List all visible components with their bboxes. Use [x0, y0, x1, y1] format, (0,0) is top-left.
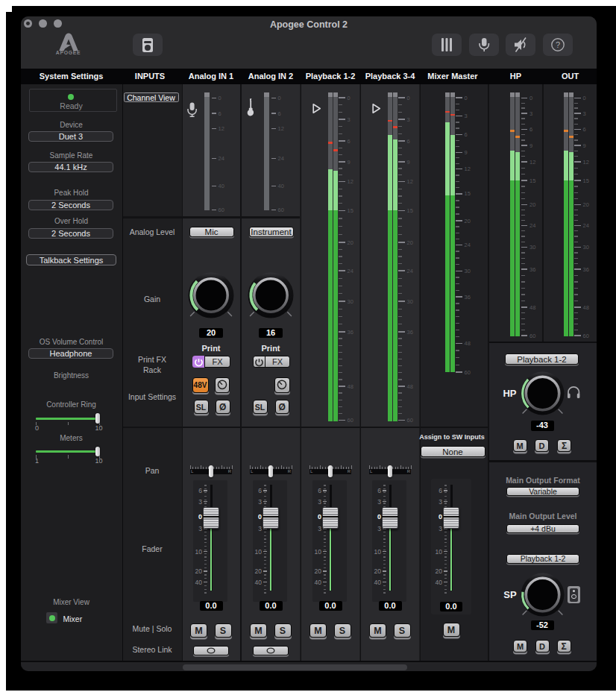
- svg-text:?: ?: [555, 40, 559, 49]
